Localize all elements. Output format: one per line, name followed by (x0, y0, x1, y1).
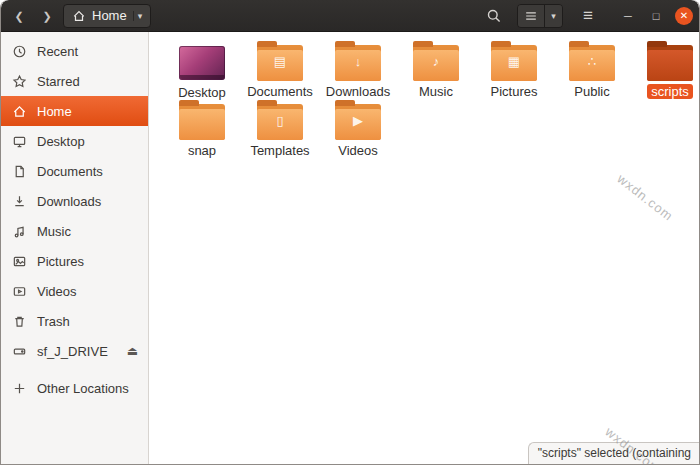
file-item-desktop[interactable]: Desktop (163, 40, 241, 99)
sidebar-item-label: sf_J_DRIVE (37, 344, 108, 359)
file-label: Pictures (487, 84, 542, 99)
drive-icon (11, 343, 27, 359)
file-grid: Desktop ▤ Documents ↓ Downloads (163, 40, 699, 158)
file-item-scripts[interactable]: scripts (631, 40, 699, 99)
view-options-button[interactable]: ▾ (544, 5, 562, 27)
view-toggle-group: ▾ (517, 4, 563, 28)
sidebar-item-sf-j-drive[interactable]: sf_J_DRIVE ⏏ (1, 336, 148, 366)
sidebar-item-label: Desktop (37, 134, 85, 149)
folder-icon: ▶ (335, 104, 381, 140)
sidebar-item-videos[interactable]: Videos (1, 276, 148, 306)
minimize-button[interactable]: ─ (619, 7, 637, 25)
file-label: Downloads (322, 84, 394, 99)
file-item-snap[interactable]: snap (163, 99, 241, 158)
close-button[interactable]: ✕ (675, 7, 693, 25)
sidebar-item-label: Starred (37, 74, 80, 89)
folder-icon: ▯ (257, 104, 303, 140)
list-view-button[interactable] (518, 5, 544, 27)
sidebar-item-starred[interactable]: Starred (1, 66, 148, 96)
status-bar: "scripts" selected (containing (528, 442, 699, 464)
location-label: Home (92, 8, 127, 23)
clock-icon (11, 43, 27, 59)
desktop-folder-icon (179, 46, 225, 80)
sidebar-item-trash[interactable]: Trash (1, 306, 148, 336)
menu-button[interactable]: ≡ (575, 3, 601, 29)
watermark: wxdn.com (615, 171, 677, 224)
sidebar-item-documents[interactable]: Documents (1, 156, 148, 186)
folder-icon: ▤ (257, 45, 303, 81)
sidebar-item-label: Pictures (37, 254, 84, 269)
sidebar-item-label: Music (37, 224, 71, 239)
template-emblem-icon: ▯ (257, 114, 303, 127)
video-icon (11, 283, 27, 299)
forward-button[interactable]: ❯ (35, 4, 59, 28)
file-item-documents[interactable]: ▤ Documents (241, 40, 319, 99)
home-icon (11, 103, 27, 119)
window-body: Recent Starred Home Desktop (1, 32, 699, 464)
file-label: snap (184, 143, 220, 158)
picture-icon (11, 253, 27, 269)
list-view-icon (524, 9, 538, 23)
folder-icon: ▦ (491, 45, 537, 81)
file-label: scripts (647, 84, 693, 99)
file-label: Desktop (174, 85, 230, 100)
location-button[interactable]: Home ▾ (63, 4, 151, 28)
star-icon (11, 73, 27, 89)
music-emblem-icon: ♪ (413, 55, 459, 68)
sidebar-item-pictures[interactable]: Pictures (1, 246, 148, 276)
document-emblem-icon: ▤ (257, 55, 303, 68)
file-manager-window: ❮ ❯ Home ▾ (0, 0, 700, 465)
share-emblem-icon: ∴ (569, 55, 615, 68)
file-label: Templates (246, 143, 313, 158)
sidebar-item-label: Recent (37, 44, 78, 59)
eject-button[interactable]: ⏏ (127, 344, 138, 358)
sidebar-item-label: Home (37, 104, 72, 119)
folder-icon: ♪ (413, 45, 459, 81)
sidebar-item-label: Trash (37, 314, 70, 329)
trash-icon (11, 313, 27, 329)
music-icon (11, 223, 27, 239)
home-icon (72, 9, 86, 23)
file-item-music[interactable]: ♪ Music (397, 40, 475, 99)
file-label: Documents (243, 84, 317, 99)
sidebar-item-desktop[interactable]: Desktop (1, 126, 148, 156)
download-icon (11, 193, 27, 209)
sidebar-item-label: Other Locations (37, 381, 129, 396)
sidebar-item-label: Documents (37, 164, 103, 179)
search-button[interactable] (481, 3, 507, 29)
sidebar-item-label: Videos (37, 284, 77, 299)
picture-emblem-icon: ▦ (491, 55, 537, 68)
window-controls: ─ □ ✕ (619, 7, 693, 25)
file-item-videos[interactable]: ▶ Videos (319, 99, 397, 158)
file-label: Public (570, 84, 613, 99)
folder-icon: ↓ (335, 45, 381, 81)
search-icon (486, 8, 502, 24)
sidebar-item-music[interactable]: Music (1, 216, 148, 246)
file-item-templates[interactable]: ▯ Templates (241, 99, 319, 158)
document-icon (11, 163, 27, 179)
sidebar-item-label: Downloads (37, 194, 101, 209)
desktop-icon (11, 133, 27, 149)
sidebar-item-recent[interactable]: Recent (1, 36, 148, 66)
video-emblem-icon: ▶ (335, 114, 381, 127)
sidebar: Recent Starred Home Desktop (1, 32, 149, 464)
folder-icon: ∴ (569, 45, 615, 81)
folder-icon (179, 104, 225, 140)
file-item-pictures[interactable]: ▦ Pictures (475, 40, 553, 99)
folder-icon (647, 45, 693, 81)
header-bar: ❮ ❯ Home ▾ (1, 0, 699, 32)
sidebar-item-home[interactable]: Home (1, 96, 148, 126)
file-view: Desktop ▤ Documents ↓ Downloads (149, 32, 699, 464)
download-emblem-icon: ↓ (335, 55, 381, 68)
file-label: Videos (334, 143, 382, 158)
file-item-public[interactable]: ∴ Public (553, 40, 631, 99)
maximize-button[interactable]: □ (647, 7, 665, 25)
file-item-downloads[interactable]: ↓ Downloads (319, 40, 397, 99)
sidebar-item-other-locations[interactable]: Other Locations (1, 373, 148, 403)
chevron-down-icon: ▾ (133, 11, 143, 21)
sidebar-item-downloads[interactable]: Downloads (1, 186, 148, 216)
file-label: Music (415, 84, 457, 99)
back-button[interactable]: ❮ (7, 4, 31, 28)
plus-icon (11, 380, 27, 396)
